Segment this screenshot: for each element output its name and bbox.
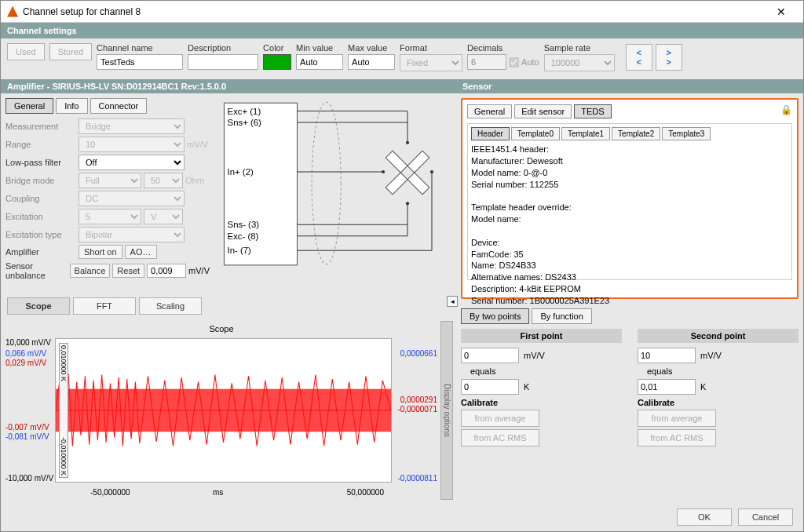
close-icon[interactable]: ✕ — [766, 5, 797, 18]
from-acrms-button2[interactable]: from AC RMS — [638, 429, 716, 446]
ao-button[interactable]: AO… — [125, 245, 157, 259]
svg-rect-20 — [386, 173, 407, 195]
max-label: Max value — [348, 43, 395, 53]
bmode2-select: 50 — [144, 173, 183, 188]
channel-name-input[interactable] — [97, 54, 183, 70]
desc-label: Description — [188, 43, 258, 53]
bmode-unit: Ohm — [185, 176, 204, 185]
second-value-input[interactable] — [638, 348, 696, 363]
svg-rect-19 — [407, 151, 429, 173]
coup-select: DC — [79, 191, 185, 206]
description-input[interactable] — [188, 54, 258, 70]
tab-by-function[interactable]: By function — [532, 308, 591, 324]
second-point-header: Second point — [638, 329, 799, 343]
svg-rect-0 — [224, 103, 297, 265]
svg-text:Exc- (8): Exc- (8) — [228, 231, 259, 241]
first-value2-input[interactable] — [461, 379, 519, 395]
first-value-input[interactable] — [461, 348, 519, 363]
stored-button[interactable]: Stored — [49, 43, 92, 60]
subtab-t1[interactable]: Template1 — [561, 127, 610, 140]
subtab-header[interactable]: Header — [471, 127, 510, 140]
equals-label: equals — [470, 366, 495, 376]
xmin-label: -50,000000 — [90, 488, 130, 497]
cancel-button[interactable]: Cancel — [738, 508, 793, 526]
subtab-t3[interactable]: Template3 — [662, 127, 711, 140]
meas-label: Measurement — [5, 122, 76, 131]
tab-connector[interactable]: Connector — [90, 98, 148, 114]
y2-label: 0,066 mV/V — [5, 349, 46, 358]
from-average-button[interactable]: from average — [461, 410, 539, 427]
coup-label: Coupling — [5, 194, 76, 203]
balance-button[interactable]: Balance — [70, 264, 111, 278]
r1-label: 0,0000661 — [400, 349, 437, 358]
equals-label2: equals — [647, 366, 672, 376]
auto-checkbox[interactable] — [509, 57, 519, 67]
tab-general[interactable]: General — [5, 98, 53, 114]
lpf-select[interactable]: Off — [79, 155, 185, 170]
format-select[interactable]: Fixed — [400, 54, 462, 71]
tab-scaling[interactable]: Scaling — [139, 297, 202, 315]
reset-button[interactable]: Reset — [112, 264, 144, 278]
scope-title: Scope — [4, 324, 439, 333]
short-button[interactable]: Short on — [79, 245, 122, 259]
ymin-label: -10,000 mV/V — [5, 474, 53, 483]
tab-info[interactable]: Info — [56, 98, 87, 114]
prev-channel-button[interactable]: < < — [626, 44, 652, 71]
subtab-t2[interactable]: Template2 — [612, 127, 660, 140]
second-value2-input[interactable] — [638, 379, 696, 395]
y3-label: 0,029 mV/V — [5, 359, 46, 367]
unbal-unit: mV/V — [188, 266, 210, 275]
sensor-tab-teds[interactable]: TEDS — [574, 104, 611, 118]
tab-fft[interactable]: FFT — [73, 297, 136, 315]
display-options-sidebar[interactable]: Display options — [440, 321, 453, 500]
lpf-label: Low-pass filter — [5, 158, 76, 167]
svg-point-21 — [406, 141, 409, 144]
tab-by-two-points[interactable]: By two points — [461, 308, 529, 324]
wiring-diagram: Exc+ (1)Sns+ (6) In+ (2) Sns- (3)Exc- (8… — [217, 98, 451, 293]
second-unit2: K — [700, 382, 706, 392]
teds-content: IEEE1451.4 header: Manufacturer: Dewesof… — [471, 144, 788, 307]
svg-text:Sns- (3): Sns- (3) — [228, 220, 260, 229]
unbalance-input[interactable] — [147, 264, 186, 278]
dec-label: Decimals — [467, 43, 539, 53]
r3-label: -0,0000071 — [397, 405, 437, 414]
svg-text:Exc+ (1): Exc+ (1) — [228, 107, 261, 116]
collapse-icon[interactable]: ◂ — [447, 296, 458, 307]
sensor-tab-general[interactable]: General — [467, 104, 512, 118]
decimals-input — [467, 54, 506, 70]
fmt-label: Format — [400, 43, 462, 53]
svg-text:In- (7): In- (7) — [228, 246, 252, 255]
unbal-label: Sensor unbalance — [5, 261, 68, 280]
calibrate-label: Calibrate — [461, 398, 498, 407]
next-channel-button[interactable]: > > — [656, 44, 682, 71]
svg-point-24 — [430, 170, 433, 173]
svg-point-23 — [382, 170, 385, 173]
range-label: Range — [5, 140, 76, 149]
from-acrms-button[interactable]: from AC RMS — [461, 429, 539, 446]
first-point-header: First point — [461, 329, 622, 343]
tab-scope[interactable]: Scope — [7, 297, 70, 315]
first-unit2: K — [524, 382, 529, 392]
sensor-tab-edit[interactable]: Edit sensor — [514, 104, 572, 118]
svg-point-22 — [406, 202, 409, 205]
from-average-button2[interactable]: from average — [638, 410, 716, 427]
range-unit: mV/V — [187, 140, 208, 149]
chname-label: Channel name — [97, 43, 183, 53]
channel-settings-header: Channel settings — [1, 23, 803, 38]
y5-label: -0,081 mV/V — [5, 432, 49, 441]
svg-text:In+ (2): In+ (2) — [228, 167, 254, 177]
exc-select: 5 — [79, 209, 141, 224]
max-input[interactable] — [348, 54, 395, 70]
first-unit: mV/V — [524, 351, 545, 360]
color-swatch[interactable] — [263, 54, 291, 70]
min-input[interactable] — [296, 54, 343, 70]
exct-label: Excitation type — [5, 230, 76, 239]
lock-icon[interactable]: 🔒 — [780, 104, 792, 115]
ymax-label: 10,000 mV/V — [5, 338, 51, 347]
rate-select[interactable]: 100000 — [544, 54, 615, 71]
ok-button[interactable]: OK — [677, 508, 732, 526]
sensor-header: Sensor — [456, 79, 803, 93]
rate-label: Sample rate — [544, 43, 615, 53]
subtab-t0[interactable]: Template0 — [511, 127, 560, 140]
used-button[interactable]: Used — [7, 43, 45, 60]
